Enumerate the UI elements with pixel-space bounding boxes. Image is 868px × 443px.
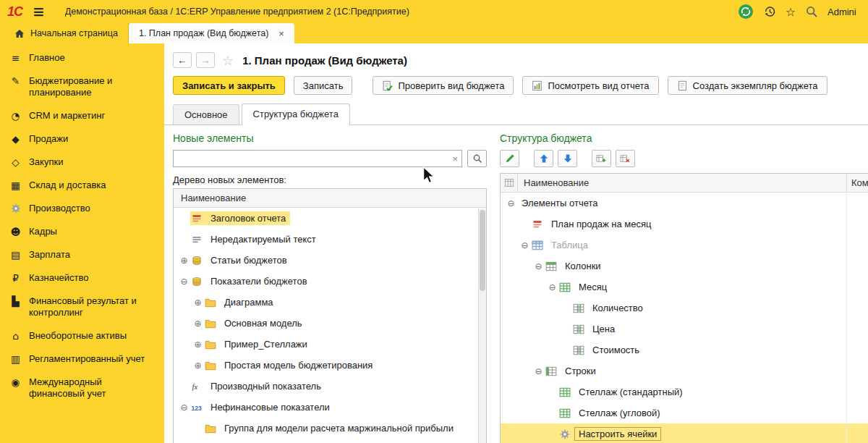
- view-report-label: Посмотреть вид отчета: [548, 80, 649, 91]
- delete-element-button[interactable]: [616, 150, 635, 167]
- move-down-button[interactable]: [558, 150, 577, 167]
- sidebar-item-treasury[interactable]: ₽Казначейство: [0, 266, 164, 290]
- collapse-icon[interactable]: ⊖: [505, 198, 517, 208]
- tree-row[interactable]: ⊕Основная модель: [174, 313, 486, 334]
- sidebar-item-label: Продажи: [29, 133, 68, 145]
- tree-row[interactable]: ⊕Диаграмма: [174, 292, 486, 313]
- expand-icon[interactable]: ⊕: [178, 256, 190, 266]
- tree-row[interactable]: ⊕Простая модель бюджетирования: [174, 355, 486, 376]
- tab-home-page[interactable]: Начальная страница: [4, 23, 129, 43]
- sidebar-item-assets[interactable]: ⌂Внеоборотные активы: [0, 324, 164, 347]
- sidebar-item-crm[interactable]: ◔CRM и маркетинг: [0, 104, 164, 127]
- sidebar-item-sales[interactable]: ◆Продажи: [0, 127, 164, 151]
- sidebar-item-budget[interactable]: ✎Бюджетирование и планирование: [0, 69, 164, 104]
- expand-icon[interactable]: ⊕: [192, 318, 204, 329]
- search-field[interactable]: ×: [173, 150, 462, 167]
- tree-row[interactable]: Заголовок отчета: [174, 208, 486, 229]
- vertical-scrollbar[interactable]: [478, 208, 486, 443]
- tree-row[interactable]: Стеллаж (угловой): [501, 402, 868, 423]
- main-menu-icon[interactable]: ≡: [33, 4, 45, 19]
- sidebar-item-warehouse[interactable]: ▦Склад и доставка: [0, 174, 164, 197]
- tree-row[interactable]: Настроить ячейки: [501, 423, 868, 443]
- history-icon[interactable]: [763, 5, 776, 18]
- sidebar-item-purchases[interactable]: ◇Закупки: [0, 151, 164, 174]
- collapse-icon[interactable]: ⊖: [519, 240, 531, 250]
- scrollbar-thumb[interactable]: [480, 210, 485, 291]
- global-search-icon[interactable]: [805, 5, 818, 18]
- collapse-icon[interactable]: ⊖: [546, 282, 558, 292]
- sidebar-item-salary[interactable]: ▤Зарплата: [0, 243, 164, 266]
- tree-row[interactable]: ⊖Элементы отчета: [501, 193, 868, 214]
- tree-row[interactable]: Нередактируемый текст: [174, 229, 486, 250]
- static-text-icon: [190, 235, 203, 245]
- favorite-star-icon[interactable]: ☆: [222, 53, 234, 68]
- tree-row-label: Таблица: [547, 238, 592, 252]
- sidebar-item-regaccounting[interactable]: ▥Регламентированный учет: [0, 347, 164, 371]
- tree-row[interactable]: Стеллаж (стандартный): [501, 381, 868, 402]
- check-budget-kind-button[interactable]: Проверить вид бюджета: [373, 76, 514, 95]
- collapse-icon[interactable]: ⊖: [532, 261, 545, 271]
- tree-row[interactable]: ⊖Таблица: [501, 235, 868, 256]
- favorites-star-icon[interactable]: ☆: [786, 5, 796, 19]
- sidebar-item-label: Производство: [29, 203, 90, 214]
- tree-row-label: Нефинансовые показатели: [206, 400, 334, 414]
- collapse-icon[interactable]: ⊖: [178, 402, 190, 413]
- discussions-icon[interactable]: [738, 4, 754, 20]
- header-table-icon: [501, 174, 518, 192]
- expand-icon[interactable]: ⊕: [192, 360, 204, 371]
- comment-column-header: Ком: [846, 174, 868, 192]
- clear-search-icon[interactable]: ×: [452, 153, 458, 164]
- tree-row[interactable]: Стоимость: [501, 339, 868, 360]
- sidebar-item-label: Кадры: [29, 226, 57, 237]
- view-report-kind-button[interactable]: Посмотреть вид отчета: [522, 76, 658, 95]
- tree-row[interactable]: Цена: [501, 318, 868, 339]
- expand-icon[interactable]: ⊕: [192, 298, 204, 308]
- tree-row[interactable]: ⊖Показатели бюджетов: [174, 271, 486, 292]
- sidebar-item-production[interactable]: Производство: [0, 197, 164, 220]
- add-element-button[interactable]: [592, 150, 611, 167]
- assets-icon: ⌂: [9, 330, 22, 342]
- sidebar-item-hr[interactable]: ☻Кадры: [0, 220, 164, 243]
- new-elements-panel: Новые элементы × Дерево новых элементов:…: [173, 132, 487, 443]
- save-and-close-button[interactable]: Записать и закрыть: [173, 76, 285, 95]
- tree-row[interactable]: ⊕Статьи бюджетов: [174, 250, 486, 271]
- edit-button[interactable]: [500, 150, 519, 167]
- application-titlebar: 1С ≡ Демонстрационная база / 1С:ERP Упра…: [0, 0, 868, 23]
- tree-row[interactable]: ⊖Строки: [501, 360, 868, 381]
- tab-close-icon[interactable]: ×: [278, 28, 284, 39]
- tree-row-label: Настроить ячейки: [574, 427, 661, 441]
- tree-row[interactable]: ⊖Месяц: [501, 277, 868, 298]
- move-up-button[interactable]: [534, 150, 553, 167]
- right-tree-rows: ⊖Элементы отчетаПлан продаж на месяц⊖Таб…: [501, 193, 868, 443]
- grid-icon: [558, 408, 571, 418]
- sales-icon: ◆: [9, 133, 22, 145]
- forward-button[interactable]: →: [196, 52, 215, 68]
- collapse-icon[interactable]: ⊖: [532, 366, 545, 376]
- back-button[interactable]: ←: [173, 52, 192, 68]
- expand-icon[interactable]: ⊕: [192, 339, 204, 350]
- tree-row-label: Строки: [561, 364, 600, 378]
- rows-icon: [545, 366, 557, 376]
- sidebar-item-label: Главное: [29, 52, 65, 64]
- tree-row[interactable]: ⊕Пример_Стеллажи: [174, 334, 486, 355]
- tab-budget-structure[interactable]: Структура бюджета: [242, 104, 350, 125]
- save-button[interactable]: Записать: [294, 76, 353, 95]
- tree-row[interactable]: ⊖Колонки: [501, 256, 868, 277]
- tree-row[interactable]: План продаж на месяц: [501, 214, 868, 235]
- sidebar-item-menu[interactable]: ≡Главное: [0, 46, 164, 69]
- tree-row[interactable]: fxПроизводный показатель: [174, 376, 486, 397]
- tree-row[interactable]: Группа для модели расчета маржинальной п…: [174, 418, 486, 439]
- collapse-icon[interactable]: ⊖: [178, 277, 190, 287]
- tab-main[interactable]: Основное: [173, 104, 239, 125]
- search-button[interactable]: [467, 150, 487, 167]
- search-input[interactable]: [174, 151, 461, 166]
- sidebar-item-ifrs[interactable]: ◉Международный финансовый учет: [0, 371, 164, 405]
- new-elements-title: Новые элементы: [173, 132, 487, 144]
- tree-row[interactable]: ⊖123Нефинансовые показатели: [174, 397, 486, 418]
- tree-row[interactable]: Количество: [501, 298, 868, 318]
- column-item-icon: [572, 303, 584, 313]
- sidebar-item-finresult[interactable]: ▙Финансовый результат и контроллинг: [0, 290, 164, 324]
- tab-budget-kind[interactable]: 1. План продаж (Вид бюджета) ×: [129, 23, 294, 43]
- create-budget-instance-button[interactable]: Создать экземпляр бюджета: [668, 76, 827, 95]
- current-user[interactable]: Admini: [827, 7, 861, 17]
